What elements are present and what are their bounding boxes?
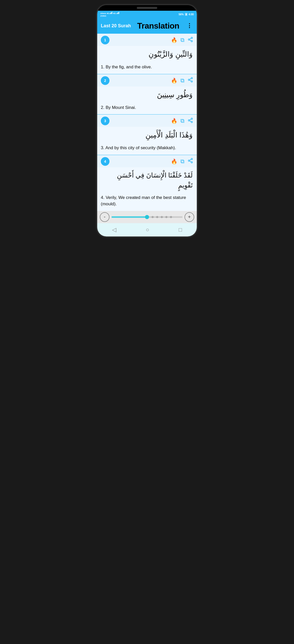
zoom-dot-3 — [161, 216, 163, 218]
phone-shell: Ufone 4G 4G ZONG 56% ▮ 4:00 — [97, 5, 197, 236]
svg-line-14 — [190, 119, 191, 120]
fire-icon-1[interactable]: 🔥 — [171, 37, 177, 43]
svg-point-5 — [191, 78, 193, 79]
battery-level: 56% — [179, 13, 184, 16]
svg-point-2 — [191, 40, 193, 42]
zoom-dot-5 — [170, 216, 172, 218]
app-subtitle: Last 20 Surah — [101, 23, 131, 29]
notch-bar — [97, 5, 197, 11]
zoom-track[interactable] — [112, 216, 182, 218]
copy-icon-1[interactable]: ⧉ — [180, 37, 185, 43]
verse-actions-4: 🔥 ⧉ — [171, 158, 193, 165]
zoom-in-button[interactable]: + — [185, 212, 194, 222]
zoom-dot-1 — [152, 216, 154, 218]
svg-point-6 — [188, 79, 190, 81]
zoom-out-button[interactable]: - — [100, 212, 109, 222]
arabic-text-2: وَطُورِ سِينِينَ — [97, 86, 197, 103]
status-bar: Ufone 4G 4G ZONG 56% ▮ 4:00 — [97, 11, 197, 18]
app-header: Last 20 Surah Translation ⋮ — [97, 18, 197, 34]
verse-card-1: 1 🔥 ⧉ وَالتِّينِ وَالزَّيْتُونِ 1. By th… — [97, 34, 197, 74]
carrier1-label: Ufone 4G 4G — [100, 11, 119, 15]
svg-point-0 — [191, 37, 193, 39]
copy-icon-4[interactable]: ⧉ — [180, 158, 185, 165]
verse-card-4: 4 🔥 ⧉ لَقَدْ خَلَقْنَا الْإِنسَانَ فِي أ… — [97, 155, 197, 211]
share-icon-1[interactable] — [188, 37, 193, 44]
share-icon-4[interactable] — [188, 158, 193, 165]
svg-point-10 — [191, 118, 193, 119]
svg-point-17 — [191, 162, 193, 163]
battery-icon: ▮ — [185, 13, 188, 16]
back-nav-button[interactable]: ◁ — [112, 226, 116, 233]
svg-line-19 — [190, 159, 191, 160]
svg-line-3 — [190, 40, 191, 41]
svg-line-4 — [190, 38, 191, 39]
notch-pill — [137, 7, 157, 9]
verse-number-1: 1 — [101, 36, 109, 44]
navigation-bar: ◁ ○ □ — [97, 223, 197, 236]
page-title: Translation — [133, 21, 183, 31]
arabic-text-1: وَالتِّينِ وَالزَّيْتُونِ — [97, 46, 197, 62]
carrier-info: Ufone 4G 4G ZONG — [100, 11, 119, 17]
status-right: 56% ▮ 4:00 — [179, 13, 194, 16]
fire-icon-3[interactable]: 🔥 — [171, 118, 177, 124]
zoom-dot-4 — [165, 216, 167, 218]
verse-card-3: 3 🔥 ⧉ وَهَٰذَا الْبَلَدِ الْأَمِينِ 3. A… — [97, 115, 197, 155]
translation-text-4: 4. Verily, We created man of the best st… — [97, 193, 197, 211]
svg-point-12 — [191, 121, 193, 123]
translation-text-2: 2. By Mount Sinai. — [97, 103, 197, 115]
copy-icon-3[interactable]: ⧉ — [180, 118, 185, 124]
translation-text-1: 1. By the fig, and the olive. — [97, 62, 197, 74]
svg-point-1 — [188, 39, 190, 40]
verse-number-4: 4 — [101, 157, 109, 166]
arabic-text-4: لَقَدْ خَلَقْنَا الْإِنسَانَ فِي أَحْسَن… — [97, 167, 197, 193]
svg-line-9 — [190, 79, 191, 80]
svg-point-11 — [188, 120, 190, 121]
svg-point-15 — [191, 158, 193, 160]
home-nav-button[interactable]: ○ — [146, 226, 149, 233]
carrier2-label: ZONG — [100, 15, 119, 17]
verse-number-3: 3 — [101, 117, 109, 125]
share-icon-3[interactable] — [188, 118, 193, 124]
fire-icon-2[interactable]: 🔥 — [171, 78, 177, 84]
verse-number-2: 2 — [101, 76, 109, 85]
content-area: 1 🔥 ⧉ وَالتِّينِ وَالزَّيْتُونِ 1. By th… — [97, 34, 197, 211]
svg-point-7 — [191, 81, 193, 82]
verse-header-1: 1 🔥 ⧉ — [97, 34, 197, 46]
zoom-dot-2 — [156, 216, 158, 218]
verse-card-2: 2 🔥 ⧉ وَطُورِ سِينِينَ 2. By Mount Sinai… — [97, 74, 197, 115]
verse-actions-3: 🔥 ⧉ — [171, 118, 193, 124]
recent-nav-button[interactable]: □ — [179, 226, 182, 233]
fire-icon-4[interactable]: 🔥 — [171, 158, 177, 165]
zoom-thumb[interactable] — [145, 215, 149, 219]
zoom-fill — [112, 216, 147, 218]
more-menu-button[interactable]: ⋮ — [186, 21, 193, 30]
arabic-text-3: وَهَٰذَا الْبَلَدِ الْأَمِينِ — [97, 127, 197, 143]
share-icon-2[interactable] — [188, 77, 193, 84]
svg-line-8 — [190, 80, 191, 81]
copy-icon-2[interactable]: ⧉ — [180, 77, 185, 84]
verse-actions-1: 🔥 ⧉ — [171, 37, 193, 44]
zoom-bar: - + — [97, 211, 197, 223]
verse-header-4: 4 🔥 ⧉ — [97, 155, 197, 167]
svg-point-16 — [188, 160, 190, 161]
verse-header-3: 3 🔥 ⧉ — [97, 115, 197, 127]
svg-line-13 — [190, 121, 191, 122]
svg-line-18 — [190, 161, 191, 162]
verse-header-2: 2 🔥 ⧉ — [97, 74, 197, 86]
verse-actions-2: 🔥 ⧉ — [171, 77, 193, 84]
time-display: 4:00 — [189, 13, 194, 16]
translation-text-3: 3. And by this city of security (Makkah)… — [97, 143, 197, 155]
